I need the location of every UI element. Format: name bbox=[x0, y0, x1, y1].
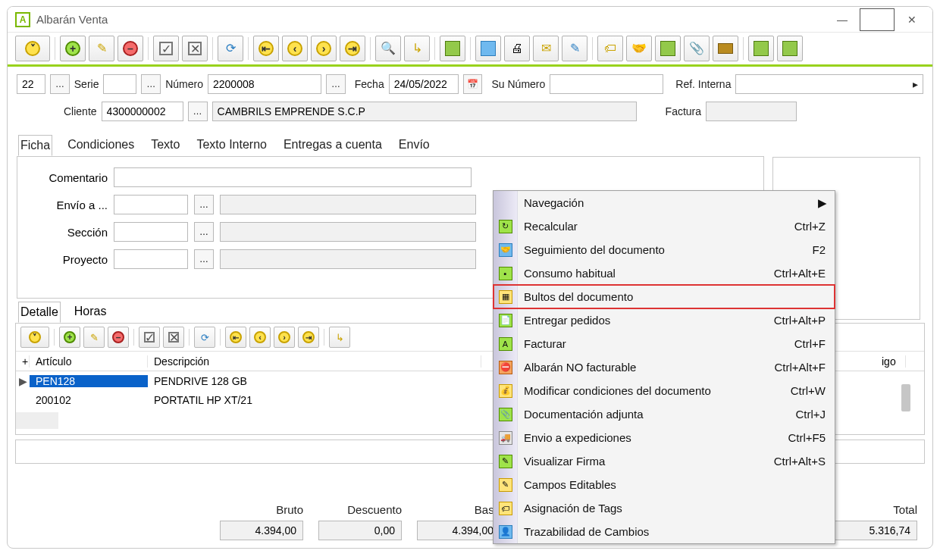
subtab-detalle[interactable]: Detalle bbox=[18, 302, 61, 323]
detail-refresh-button[interactable]: ⟳ bbox=[194, 327, 215, 348]
col-igo[interactable]: igo bbox=[876, 355, 906, 368]
window-title: Albarán Venta bbox=[36, 13, 108, 26]
context-item[interactable]: 🏷Asignación de Tags bbox=[494, 496, 835, 520]
new-button[interactable]: + bbox=[60, 36, 86, 61]
context-item[interactable]: 🚚Envio a expedicionesCtrl+F5 bbox=[494, 426, 835, 449]
context-item[interactable]: ✎Visualizar FirmaCtrl+Alt+S bbox=[494, 449, 835, 473]
tab-condiciones[interactable]: Condiciones bbox=[66, 135, 136, 156]
col-articulo[interactable]: Artículo bbox=[30, 355, 148, 368]
tab-envio[interactable]: Envío bbox=[397, 135, 431, 156]
detail-next-button[interactable]: › bbox=[274, 327, 295, 348]
detail-new-button[interactable]: + bbox=[59, 327, 80, 348]
window-frame: A Albarán Venta ˅ + ✎ – ⟳ ⇤ ‹ › ⇥ 🔍 ↳ 🖨 … bbox=[7, 6, 933, 549]
detail-go-button[interactable]: ↳ bbox=[329, 327, 350, 348]
proyecto-lookup[interactable]: … bbox=[194, 249, 214, 269]
detail-edit-button[interactable]: ✎ bbox=[83, 327, 105, 348]
context-item[interactable]: ↻RecalcularCtrl+Z bbox=[494, 214, 835, 238]
context-item[interactable]: 👤Trazabilidad de Cambios bbox=[494, 520, 835, 543]
detail-accept-button[interactable] bbox=[139, 327, 160, 348]
new-row-placeholder[interactable] bbox=[16, 412, 58, 429]
bruto-value: 4.394,00 bbox=[220, 521, 303, 540]
go-button[interactable]: ↳ bbox=[404, 36, 430, 61]
refinterna-dropdown[interactable]: ▸ bbox=[735, 74, 923, 94]
menu-dropdown-button[interactable]: ˅ bbox=[15, 36, 50, 61]
fecha-calendar-button[interactable]: 📅 bbox=[463, 74, 483, 94]
envio-label: Envío a ... bbox=[28, 199, 108, 211]
packages-button[interactable] bbox=[713, 36, 738, 61]
delete-button[interactable]: – bbox=[118, 36, 143, 61]
context-item[interactable]: ⛔Albarán NO facturableCtrl+Alt+F bbox=[494, 355, 835, 379]
context-item[interactable]: AFacturarCtrl+F bbox=[494, 332, 835, 355]
fecha-label: Fecha bbox=[355, 78, 384, 90]
serie-lookup[interactable]: … bbox=[141, 74, 161, 94]
refinterna-label: Ref. Interna bbox=[675, 78, 731, 90]
comentario-field[interactable] bbox=[114, 167, 472, 187]
comentario-label: Comentario bbox=[28, 171, 108, 184]
detail-first-button[interactable]: ⇤ bbox=[225, 327, 246, 348]
tab-ficha[interactable]: Ficha bbox=[18, 135, 52, 156]
numero-label: Número bbox=[165, 78, 203, 90]
maximize-button[interactable] bbox=[860, 8, 895, 31]
envio-lookup[interactable]: … bbox=[194, 195, 214, 214]
fecha-field[interactable] bbox=[389, 74, 459, 94]
seccion-lookup[interactable]: … bbox=[194, 222, 214, 242]
edit-button[interactable]: ✎ bbox=[89, 36, 114, 61]
handshake-button[interactable]: 🤝 bbox=[626, 36, 652, 61]
minimize-button[interactable] bbox=[825, 8, 860, 31]
numero-lookup[interactable]: … bbox=[326, 74, 346, 94]
sunumero-field[interactable] bbox=[550, 74, 663, 94]
nav-next-button[interactable]: › bbox=[311, 36, 337, 61]
attach-button[interactable]: 📎 bbox=[684, 36, 710, 61]
proyecto-name-field bbox=[220, 249, 476, 269]
search-button[interactable]: 🔍 bbox=[375, 36, 401, 61]
tab-texto[interactable]: Texto bbox=[149, 135, 181, 156]
context-item[interactable]: ▦Bultos del documento bbox=[494, 285, 835, 308]
copy-button[interactable] bbox=[440, 36, 465, 61]
detail-delete-button[interactable]: – bbox=[108, 327, 129, 348]
print-button[interactable]: 🖨 bbox=[504, 36, 530, 61]
context-item[interactable]: 📄Entregar pedidosCtrl+Alt+P bbox=[494, 308, 835, 332]
context-item[interactable]: 💰Modificar condiciones del documentoCtrl… bbox=[494, 379, 835, 402]
context-item[interactable]: ▪Consumo habitualCtrl+Alt+E bbox=[494, 261, 835, 285]
numero-field[interactable] bbox=[208, 74, 321, 94]
detail-last-button[interactable]: ⇥ bbox=[298, 327, 319, 348]
mail-button[interactable]: ✉ bbox=[533, 36, 559, 61]
detail-cancel-button[interactable] bbox=[163, 327, 184, 348]
descuento-value: 0,00 bbox=[318, 521, 402, 540]
close-button[interactable] bbox=[895, 8, 929, 31]
context-item[interactable]: ✎Campos Editables bbox=[494, 473, 835, 496]
invoice-button[interactable] bbox=[777, 36, 803, 61]
detail-prev-button[interactable]: ‹ bbox=[249, 327, 271, 348]
context-item[interactable]: 🤝Seguimiento del documentoF2 bbox=[494, 238, 835, 261]
cancel-button[interactable] bbox=[182, 36, 208, 61]
context-item[interactable]: Navegación▶ bbox=[494, 191, 835, 214]
seccion-name-field bbox=[220, 222, 476, 242]
tab-texto-interno[interactable]: Texto Interno bbox=[195, 135, 268, 156]
nav-last-button[interactable]: ⇥ bbox=[340, 36, 365, 61]
nav-prev-button[interactable]: ‹ bbox=[282, 36, 308, 61]
sunumero-label: Su Número bbox=[491, 78, 545, 90]
cliente-lookup[interactable]: … bbox=[188, 102, 208, 121]
scrollbar-thumb[interactable] bbox=[901, 384, 910, 411]
accept-button[interactable] bbox=[153, 36, 179, 61]
deliver-button[interactable] bbox=[748, 36, 774, 61]
detail-menu-button[interactable]: ˅ bbox=[20, 327, 49, 348]
book-button[interactable] bbox=[655, 36, 681, 61]
screen-button[interactable] bbox=[475, 36, 501, 61]
proyecto-code-field[interactable] bbox=[114, 249, 188, 269]
context-menu: Navegación▶↻RecalcularCtrl+Z🤝Seguimiento… bbox=[493, 190, 835, 544]
envio-code-field[interactable] bbox=[114, 195, 188, 214]
context-item[interactable]: 📎Documentación adjuntaCtrl+J bbox=[494, 402, 835, 426]
serie-field[interactable] bbox=[103, 74, 136, 94]
subtab-horas[interactable]: Horas bbox=[73, 302, 108, 323]
tab-entregas[interactable]: Entregas a cuenta bbox=[282, 135, 384, 156]
sign-button[interactable]: ✎ bbox=[562, 36, 588, 61]
nav-first-button[interactable]: ⇤ bbox=[253, 36, 279, 61]
cliente-code-field[interactable] bbox=[102, 102, 183, 121]
seccion-code-field[interactable] bbox=[114, 222, 188, 242]
col-descripcion[interactable]: Descripción bbox=[148, 355, 481, 368]
tags-button[interactable]: 🏷 bbox=[597, 36, 623, 61]
year-field[interactable] bbox=[17, 74, 45, 94]
refresh-button[interactable]: ⟳ bbox=[218, 36, 243, 61]
year-lookup[interactable]: … bbox=[50, 74, 70, 94]
